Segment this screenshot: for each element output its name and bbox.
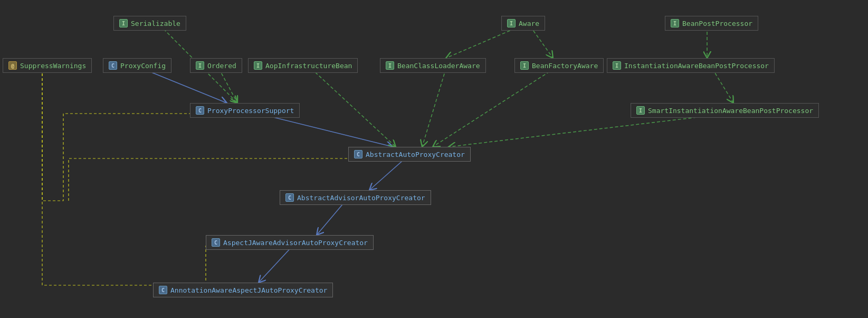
icon-beanpostprocessor: I (671, 19, 679, 27)
node-proxyprocessorsupport: C ProxyProcessorSupport (190, 103, 300, 118)
icon-beanclassloaderaware: I (386, 61, 394, 70)
icon-abstractadvisorautoproxycreator: C (285, 193, 294, 202)
icon-aware: I (507, 19, 516, 27)
label-abstractautoproxycreator: AbstractAutoProxyCreator (366, 151, 465, 158)
icon-aspectjawareadvisorautoproxycreator: C (212, 238, 220, 247)
svg-line-6 (219, 69, 237, 103)
svg-line-4 (142, 69, 227, 103)
icon-proxyconfig: C (109, 61, 117, 70)
svg-line-14 (259, 246, 293, 283)
icon-smartinstantiationawarebeanpostprocessor: I (636, 106, 645, 115)
node-instantiationawarebeanpostprocessor: I InstantiationAwareBeanPostProcessor (607, 58, 775, 73)
node-annotationawareaspectjautoproxycreator: C AnnotationAwareAspectJAutoProxyCreator (153, 283, 333, 297)
icon-proxyprocessorsupport: C (196, 106, 204, 115)
node-serializable: I Serializable (113, 16, 186, 31)
svg-line-3 (712, 69, 733, 103)
label-annotationawareaspectjautoproxycreator: AnnotationAwareAspectJAutoProxyCreator (170, 286, 327, 294)
label-suppresswarnings: SuppressWarnings (20, 62, 86, 70)
label-aware: Aware (519, 20, 539, 27)
label-aopinfrastructurebean: AopInfrastructureBean (265, 62, 352, 70)
label-proxyconfig: ProxyConfig (120, 62, 166, 70)
icon-aopinfrastructurebean: I (254, 61, 262, 70)
class-diagram: I Serializable I Aware I BeanPostProcess… (0, 0, 868, 318)
node-abstractautoproxycreator: C AbstractAutoProxyCreator (348, 147, 471, 162)
icon-ordered: I (196, 61, 204, 70)
icon-beanfactoryaware: I (520, 61, 529, 70)
node-beanfactoryaware: I BeanFactoryAware (514, 58, 604, 73)
svg-line-13 (317, 201, 346, 235)
node-ordered: I Ordered (190, 58, 242, 73)
label-abstractadvisorautoproxycreator: AbstractAdvisorAutoProxyCreator (297, 194, 425, 202)
node-aware: I Aware (501, 16, 545, 31)
node-abstractadvisorautoproxycreator: C AbstractAdvisorAutoProxyCreator (280, 190, 431, 205)
label-beanclassloaderaware: BeanClassLoaderAware (397, 62, 480, 70)
label-instantiationawarebeanpostprocessor: InstantiationAwareBeanPostProcessor (624, 62, 769, 70)
node-beanclassloaderaware: I BeanClassLoaderAware (380, 58, 486, 73)
icon-serializable: I (119, 19, 128, 27)
label-smartinstantiationawarebeanpostprocessor: SmartInstantiationAwareBeanPostProcessor (648, 107, 813, 115)
node-aspectjawareadvisorautoproxycreator: C AspectJAwareAdvisorAutoProxyCreator (206, 235, 374, 250)
node-smartinstantiationawarebeanpostprocessor: I SmartInstantiationAwareBeanPostProcess… (631, 103, 819, 118)
label-aspectjawareadvisorautoproxycreator: AspectJAwareAdvisorAutoProxyCreator (223, 239, 368, 247)
label-beanfactoryaware: BeanFactoryAware (532, 62, 598, 70)
icon-suppresswarnings: @ (8, 61, 17, 70)
label-serializable: Serializable (131, 20, 180, 27)
svg-line-8 (311, 69, 396, 147)
svg-line-12 (369, 157, 406, 190)
icon-annotationawareaspectjautoproxycreator: C (159, 286, 167, 294)
label-beanpostprocessor: BeanPostProcessor (682, 20, 752, 27)
icon-abstractautoproxycreator: C (354, 150, 363, 158)
svg-line-0 (446, 26, 520, 58)
svg-line-1 (530, 26, 553, 58)
svg-line-7 (259, 114, 393, 147)
svg-line-10 (433, 69, 554, 147)
icon-instantiationawarebeanpostprocessor: I (613, 61, 621, 70)
node-beanpostprocessor: I BeanPostProcessor (665, 16, 758, 31)
node-suppresswarnings: @ SuppressWarnings (3, 58, 92, 73)
label-ordered: Ordered (207, 62, 236, 70)
label-proxyprocessorsupport: ProxyProcessorSupport (207, 107, 294, 115)
node-proxyconfig: C ProxyConfig (103, 58, 171, 73)
svg-line-9 (422, 69, 446, 147)
node-aopinfrastructurebean: I AopInfrastructureBean (248, 58, 358, 73)
svg-line-11 (449, 114, 728, 147)
